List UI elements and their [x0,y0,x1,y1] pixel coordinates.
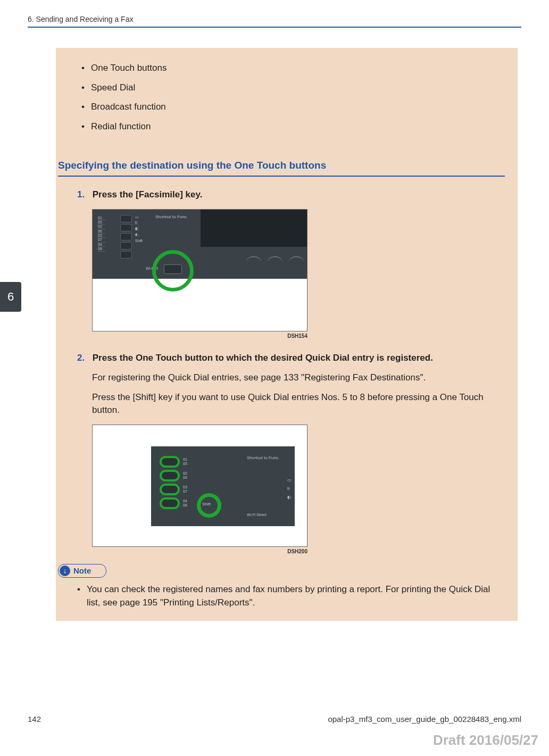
note-item: You can check the registered names and f… [77,583,505,609]
source-file: opal-p3_mf3_com_user_guide_gb_00228483_e… [328,713,521,725]
list-item: Speed Dial [81,81,505,95]
figure-caption: DSH154 [92,333,307,340]
list-item: Redial function [81,120,505,134]
step-2: 2. Press the One Touch button to which t… [77,352,505,555]
onetouch-buttons [120,215,132,260]
device-panel: 01 05 02 06 03 07 04 08 ▭⎘◧◐Shift [93,210,307,279]
device-screen [201,210,307,247]
shortcut-label: Shortcut to Func. [155,214,188,220]
step-1: 1. Press the [Facsimile] key. 01 05 02 0… [77,188,505,340]
panel-button [120,215,132,222]
number-column: 01 05 02 06 03 07 04 08 [98,216,105,252]
chapter-tab: 6 [0,282,21,312]
panel-icons: ▭⎘◧◐Shift [135,214,143,244]
step-title: 2. Press the One Touch button to which t… [77,352,505,365]
nav-buttons [246,256,304,262]
step-number: 1. [77,188,90,202]
wifi-label: Wi-Fi Direct [247,512,267,518]
panel-icons: ▭⎘◐ [287,476,292,502]
onetouch-key-icon [160,470,180,481]
panel-button [120,251,132,259]
section-heading: Specifying the destination using the One… [58,158,505,177]
onetouch-buttons-highlight: 0105 0206 0307 0408 [160,456,187,511]
note-label: Note [73,565,91,577]
figure-2: 0105 0206 0307 0408 ▭⎘◐ Shortcut to Func… [92,425,307,547]
highlight-circle-icon [197,493,221,518]
onetouch-key-icon [160,484,180,495]
feature-list: One Touch buttons Speed Dial Broadcast f… [81,62,505,134]
onetouch-key-icon [160,456,180,468]
list-item: Broadcast function [81,101,505,114]
page-footer: 142 opal-p3_mf3_com_user_guide_gb_002284… [28,713,521,725]
panel-button [120,242,132,250]
page-number: 142 [28,713,41,725]
note-list: You can check the registered names and f… [77,583,505,609]
step-number: 2. [77,352,90,365]
panel-button [120,224,132,231]
figure-1: 01 05 02 06 03 07 04 08 ▭⎘◧◐Shift [92,209,307,331]
body-text: Press the [Shift] key if you want to use… [92,391,505,417]
down-arrow-icon: ↓ [60,566,70,576]
page-header: 6. Sending and Receiving a Fax [28,14,521,28]
note-badge: ↓ Note [58,564,106,578]
draft-watermark: Draft 2016/05/27 [433,730,538,751]
breadcrumb: 6. Sending and Receiving a Fax [28,15,133,23]
content-area: One Touch buttons Speed Dial Broadcast f… [56,48,518,621]
step-title: 1. Press the [Facsimile] key. [77,188,505,202]
step-body: For registering the Quick Dial entries, … [92,371,505,417]
figure-caption: DSH200 [92,548,307,556]
body-text: For registering the Quick Dial entries, … [92,371,505,385]
highlight-circle-icon [152,250,194,292]
panel-button [120,233,132,240]
list-item: One Touch buttons [81,62,505,75]
shortcut-label: Shortcut to Func. [247,455,279,461]
onetouch-key-icon [160,497,180,509]
